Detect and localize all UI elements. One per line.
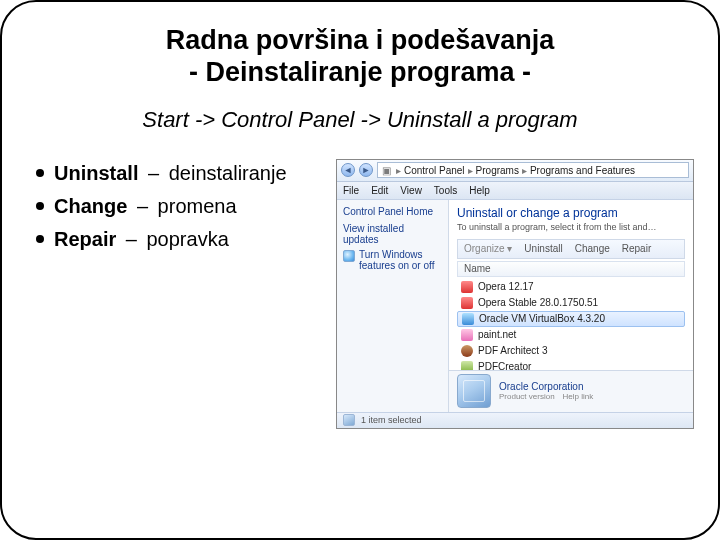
menu-tools[interactable]: Tools [434,185,457,196]
program-icon [461,345,473,357]
menu-help[interactable]: Help [469,185,490,196]
computer-icon: ▣ [382,165,391,176]
title-line-2: - Deinstaliranje programa - [189,57,531,87]
bullet-item: Change – promena [36,192,326,221]
left-link[interactable]: View installed updates [343,223,442,245]
organize-button[interactable]: Organize ▾ [464,243,512,254]
status-text: 1 item selected [361,415,422,425]
nav-forward-button[interactable]: ► [359,163,373,177]
program-icon [462,313,474,325]
program-icon [461,281,473,293]
list-item[interactable]: Opera Stable 28.0.1750.51 [457,295,685,311]
bullet-list: Uninstall – deinstaliranje Change – prom… [26,159,326,258]
meta-product-version: Product version [499,392,555,401]
crumb[interactable]: Control Panel [404,165,465,176]
title-line-1: Radna površina i podešavanja [166,25,555,55]
publisher-block: Oracle Corporation Product version Help … [499,381,593,401]
breadcrumb[interactable]: ▣ ▸ Control Panel ▸ Programs ▸ Programs … [377,162,689,178]
bullet-disc-icon [36,235,44,243]
left-link[interactable]: Turn Windows features on or off [343,249,442,271]
term: Change [54,195,127,217]
desc: deinstaliranje [169,162,287,184]
menu-file[interactable]: File [343,185,359,196]
publisher-name: Oracle Corporation [499,381,593,392]
shield-icon [343,250,355,262]
program-icon [461,297,473,309]
desc: popravka [147,228,229,250]
bullet-disc-icon [36,202,44,210]
column-header-name[interactable]: Name [457,261,685,277]
status-bar: 1 item selected [337,412,693,428]
menu-view[interactable]: View [400,185,422,196]
crumb[interactable]: Programs [476,165,519,176]
left-heading[interactable]: Control Panel Home [343,206,442,217]
list-item-selected[interactable]: Oracle VM VirtualBox 4.3.20 [457,311,685,327]
pane-heading: Uninstall or change a program [457,206,685,220]
list-item[interactable]: Opera 12.17 [457,279,685,295]
bullet-item: Repair – popravka [36,225,326,254]
pane-description: To uninstall a program, select it from t… [457,222,685,233]
screenshot-programs-and-features: ◄ ► ▣ ▸ Control Panel ▸ Programs ▸ Progr… [336,159,694,429]
term: Repair [54,228,116,250]
right-pane: Uninstall or change a program To uninsta… [449,200,693,412]
details-pane: Oracle Corporation Product version Help … [449,370,693,412]
bullet-disc-icon [36,169,44,177]
toolbar: Organize ▾ Uninstall Change Repair [457,239,685,259]
uninstall-button[interactable]: Uninstall [524,243,562,254]
meta-help-link: Help link [563,392,594,401]
address-bar: ◄ ► ▣ ▸ Control Panel ▸ Programs ▸ Progr… [337,160,693,182]
repair-button[interactable]: Repair [622,243,651,254]
program-icon [461,329,473,341]
bullet-item: Uninstall – deinstaliranje [36,159,326,188]
status-icon [343,414,355,426]
desc: promena [158,195,237,217]
slide-frame: Radna površina i podešavanja - Deinstali… [0,0,720,540]
menu-bar: File Edit View Tools Help [337,182,693,200]
content-row: Uninstall – deinstaliranje Change – prom… [26,159,694,429]
crumb[interactable]: Programs and Features [530,165,635,176]
slide-subtitle: Start -> Control Panel -> Uninstall a pr… [26,107,694,133]
program-large-icon [457,374,491,408]
window-body: Control Panel Home View installed update… [337,200,693,412]
term: Uninstall [54,162,138,184]
nav-back-button[interactable]: ◄ [341,163,355,177]
left-pane: Control Panel Home View installed update… [337,200,449,412]
list-item[interactable]: PDF Architect 3 [457,343,685,359]
menu-edit[interactable]: Edit [371,185,388,196]
slide-title: Radna površina i podešavanja - Deinstali… [86,24,634,89]
list-item[interactable]: paint.net [457,327,685,343]
change-button[interactable]: Change [575,243,610,254]
